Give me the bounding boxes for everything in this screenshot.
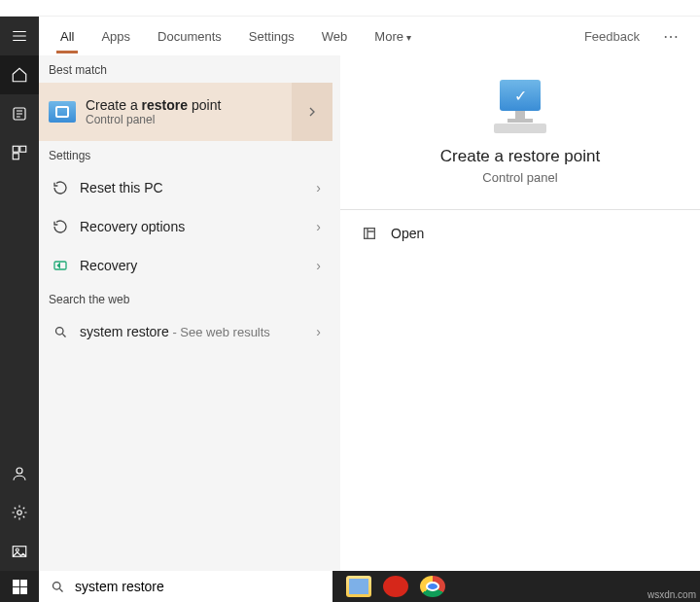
tab-documents[interactable]: Documents (154, 19, 226, 53)
result-web-search[interactable]: system restore - See web results › (39, 312, 332, 351)
gear-icon[interactable] (0, 493, 39, 532)
left-rail (0, 17, 39, 571)
start-button[interactable] (0, 571, 39, 602)
svg-rect-3 (13, 154, 18, 159)
section-settings: Settings (39, 141, 332, 168)
result-label: Reset this PC (80, 180, 163, 195)
preview-pane: Create a restore point Control panel Ope… (332, 55, 700, 571)
results-list: Best match Create a restore point Contro… (39, 55, 332, 571)
history-icon (51, 219, 70, 234)
chevron-right-icon: › (316, 219, 321, 234)
result-label: system restore - See web results (80, 324, 270, 339)
search-icon (51, 580, 65, 594)
section-search-web: Search the web (39, 285, 332, 312)
result-label: Recovery options (80, 219, 185, 234)
chevron-right-icon: › (316, 258, 321, 273)
best-match-item[interactable]: Create a restore point Control panel (39, 97, 292, 126)
search-panel: All Apps Documents Settings Web More Fee… (0, 17, 700, 571)
more-options-icon[interactable]: ⋯ (659, 27, 682, 46)
picture-icon[interactable] (0, 532, 39, 571)
svg-point-4 (17, 468, 22, 474)
recovery-icon (51, 258, 70, 273)
open-icon (362, 226, 377, 241)
taskbar (0, 571, 700, 602)
svg-rect-1 (13, 146, 18, 152)
tab-settings[interactable]: Settings (245, 19, 298, 53)
chevron-right-icon: › (316, 324, 321, 339)
result-label: Recovery (80, 258, 137, 273)
result-reset-pc[interactable]: Reset this PC › (39, 168, 332, 207)
svg-point-5 (18, 511, 22, 515)
tab-web[interactable]: Web (318, 19, 352, 53)
preview-subtitle: Control panel (482, 170, 557, 185)
svg-rect-10 (365, 229, 375, 239)
expand-arrow-icon[interactable] (292, 83, 332, 141)
tab-more[interactable]: More (370, 19, 414, 53)
search-input[interactable] (75, 579, 321, 594)
system-properties-icon (49, 101, 76, 123)
tab-all[interactable]: All (56, 19, 78, 53)
account-icon[interactable] (0, 454, 39, 493)
svg-point-7 (16, 549, 18, 551)
preview-title: Create a restore point (440, 147, 600, 166)
open-action[interactable]: Open (340, 210, 700, 257)
system-properties-large-icon (486, 80, 554, 133)
best-match-row: Create a restore point Control panel (39, 83, 332, 141)
feedback-link[interactable]: Feedback (584, 29, 640, 44)
filter-tabs: All Apps Documents Settings Web More Fee… (39, 17, 700, 55)
list-icon[interactable] (0, 94, 39, 133)
history-icon (51, 180, 70, 195)
file-explorer-taskbar-icon[interactable] (346, 576, 371, 597)
svg-rect-2 (20, 146, 26, 152)
hamburger-icon[interactable] (0, 17, 39, 55)
apps-rail-icon[interactable] (0, 133, 39, 172)
watermark: wsxdn.com (648, 589, 696, 600)
windows-logo-icon (13, 580, 27, 594)
result-recovery-options[interactable]: Recovery options › (39, 207, 332, 246)
taskbar-search[interactable] (39, 571, 332, 602)
opera-taskbar-icon[interactable] (383, 576, 408, 597)
svg-point-9 (55, 327, 63, 335)
best-match-subtitle: Control panel (86, 113, 221, 126)
best-match-title: Create a restore point (86, 97, 221, 113)
home-icon[interactable] (0, 55, 39, 94)
svg-point-11 (53, 582, 61, 589)
browser-top-strip (0, 0, 700, 17)
result-recovery[interactable]: Recovery › (39, 246, 332, 285)
section-best-match: Best match (39, 55, 332, 83)
open-label: Open (391, 226, 424, 241)
chevron-right-icon: › (316, 180, 321, 195)
chrome-taskbar-icon[interactable] (420, 576, 445, 597)
content-area: All Apps Documents Settings Web More Fee… (39, 17, 700, 571)
tab-apps[interactable]: Apps (97, 19, 134, 53)
search-icon (51, 325, 70, 339)
